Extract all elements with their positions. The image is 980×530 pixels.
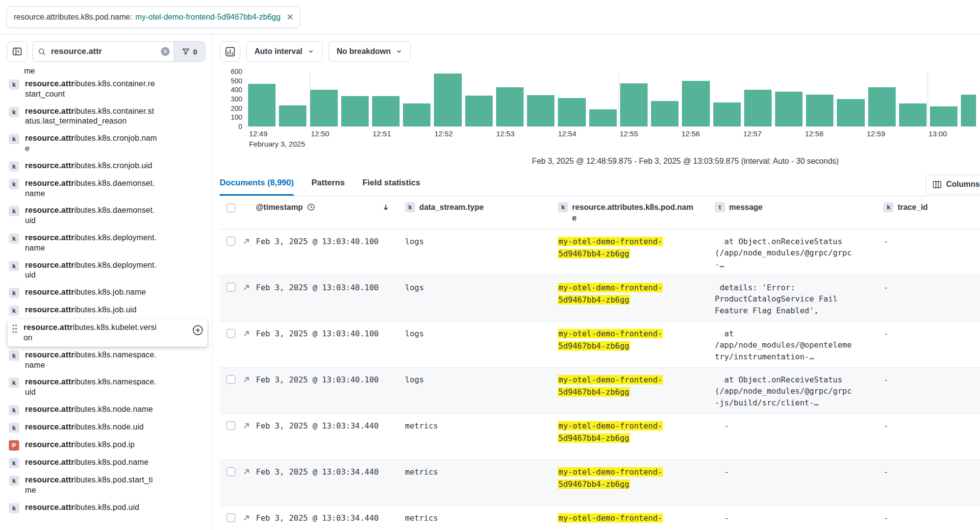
field-item[interactable]: kresource.attributes.k8s.node.name (8, 401, 212, 419)
field-item[interactable]: kresource.attributes.k8s.daemonset.uid (8, 202, 212, 229)
filter-pill[interactable]: resource.attributes.k8s.pod.name: my-ote… (6, 6, 300, 28)
histogram-bar[interactable] (899, 103, 927, 126)
select-all-checkbox[interactable] (226, 203, 235, 212)
header-timestamp[interactable]: @timestamp (256, 202, 405, 213)
field-filter-button[interactable]: 0 (174, 42, 205, 61)
header-message[interactable]: t message (715, 202, 883, 213)
row-checkbox[interactable] (226, 513, 235, 522)
row-checkbox[interactable] (226, 421, 235, 430)
field-item[interactable]: kresource.attributes.k8s.pod.uid (8, 499, 212, 517)
histogram-bar[interactable] (465, 96, 493, 126)
field-item[interactable]: kresource.attributes.k8s.container.resta… (8, 76, 212, 103)
table-row[interactable]: Feb 3, 2025 @ 13:03:40.100logsmy-otel-de… (220, 229, 980, 276)
histogram-bar[interactable] (961, 95, 976, 126)
field-item[interactable]: kresource.attributes.k8s.node.uid (8, 419, 212, 436)
field-item[interactable]: kresource.attributes.k8s.cronjob.name (8, 130, 212, 157)
histogram-bar[interactable] (713, 102, 741, 126)
field-item[interactable]: kresource.attributes.k8s.job.uid (8, 302, 212, 319)
histogram-bar[interactable] (403, 103, 430, 126)
collapse-sidebar-button[interactable] (7, 41, 27, 62)
header-data-stream-type[interactable]: k data_stream.type (405, 202, 558, 213)
field-item[interactable]: resource.attributes.k8s.kubelet.version (8, 319, 207, 347)
header-pod-name[interactable]: k resource.attributes.k8s.pod.name (558, 202, 715, 223)
histogram-bar[interactable] (310, 90, 337, 126)
data-stream-type-cell: metrics (405, 420, 558, 431)
histogram-panel-button[interactable] (220, 41, 240, 62)
histogram-bar[interactable] (682, 81, 709, 126)
filter-remove-icon[interactable]: ✕ (286, 13, 294, 22)
histogram-bar[interactable] (930, 106, 957, 126)
field-name: resource.attributes.k8s.container.restar… (25, 79, 158, 100)
sort-descending-icon[interactable] (381, 203, 390, 212)
breakdown-dropdown[interactable]: No breakdown (328, 41, 411, 62)
table-row[interactable]: Feb 3, 2025 @ 13:03:34.440metricsmy-otel… (220, 460, 980, 506)
discover-main: Auto interval No breakdown 6005004003002… (213, 34, 980, 530)
tab-field-statistics[interactable]: Field statistics (362, 178, 420, 196)
histogram-bar[interactable] (496, 87, 524, 126)
field-item[interactable]: kresource.attributes.k8s.pod.name (8, 454, 212, 472)
histogram-bar[interactable] (372, 96, 400, 126)
field-item[interactable]: kresource.attributes.k8s.daemonset.name (8, 175, 212, 202)
histogram-bar[interactable] (279, 105, 306, 126)
field-item[interactable]: kresource.attributes.k8s.namespace.uid (8, 374, 212, 401)
add-field-button[interactable] (192, 325, 203, 336)
histogram-bar[interactable] (248, 84, 276, 126)
histogram-bar[interactable] (651, 101, 678, 126)
expand-row-button[interactable] (242, 236, 256, 246)
trace-id-cell: - (883, 236, 980, 247)
chart-toolbar: Auto interval No breakdown (220, 41, 980, 62)
row-checkbox[interactable] (226, 467, 235, 476)
histogram-bar[interactable] (558, 98, 585, 126)
histogram-bar[interactable] (837, 99, 864, 126)
expand-row-button[interactable] (242, 374, 256, 384)
expand-row-button[interactable] (242, 328, 256, 338)
row-checkbox[interactable] (226, 375, 235, 384)
row-checkbox[interactable] (226, 237, 235, 246)
tab-patterns[interactable]: Patterns (311, 178, 345, 196)
field-item[interactable]: kresource.attributes.k8s.namespace.name (8, 347, 212, 374)
histogram-bar[interactable] (341, 96, 369, 126)
table-row[interactable]: Feb 3, 2025 @ 13:03:40.100logsmy-otel-de… (220, 276, 980, 322)
drag-handle-icon[interactable] (12, 324, 18, 333)
expand-row-button[interactable] (242, 466, 256, 476)
expand-row-button[interactable] (242, 512, 256, 522)
table-row[interactable]: Feb 3, 2025 @ 13:03:40.100logsmy-otel-de… (220, 368, 980, 414)
expand-row-button[interactable] (242, 282, 256, 292)
tab-documents[interactable]: Documents (8,990) (220, 178, 294, 196)
table-row[interactable]: Feb 3, 2025 @ 13:03:34.440metricsmy-otel… (220, 414, 980, 460)
histogram-bar[interactable] (868, 87, 896, 126)
field-search-box[interactable]: ✕ 0 (32, 41, 205, 62)
expand-row-button[interactable] (242, 420, 256, 430)
table-row[interactable]: Feb 3, 2025 @ 13:03:34.440metricsmy-otel… (220, 506, 980, 530)
chevron-down-icon (396, 48, 402, 55)
field-item[interactable]: kresource.attributes.k8s.deployment.uid (8, 257, 212, 284)
field-item[interactable]: IPresource.attributes.k8s.pod.ip (8, 436, 212, 454)
timestamp-cell: Feb 3, 2025 @ 13:03:40.100 (256, 236, 405, 247)
field-name: resource.attributes.k8s.pod.ip (25, 440, 135, 450)
table-row[interactable]: Feb 3, 2025 @ 13:03:40.100logsmy-otel-de… (220, 322, 980, 368)
histogram-bar[interactable] (589, 109, 617, 126)
histogram-bar[interactable] (434, 74, 461, 126)
row-checkbox[interactable] (226, 283, 235, 292)
histogram-bar[interactable] (744, 90, 772, 126)
field-item[interactable]: kresource.attributes.k8s.pod.start_time (8, 472, 212, 499)
interval-dropdown-label: Auto interval (254, 47, 302, 56)
field-item[interactable]: kresource.attributes.k8s.deployment.name (8, 229, 212, 257)
trace-id-cell: - (883, 282, 980, 293)
columns-button[interactable]: Columns (926, 175, 980, 194)
clear-search-icon[interactable]: ✕ (161, 47, 170, 56)
clipped-field-item[interactable]: me (8, 67, 212, 76)
row-checkbox[interactable] (226, 329, 235, 338)
field-item[interactable]: kresource.attributes.k8s.cronjob.uid (8, 157, 212, 175)
histogram-bar[interactable] (775, 92, 803, 126)
field-item[interactable]: kresource.attributes.k8s.container.statu… (8, 103, 212, 130)
histogram-bar[interactable] (527, 95, 554, 126)
field-item[interactable]: kresource.attributes.k8s.job.name (8, 284, 212, 302)
message-cell: at Object.onReceiveStatus (/app/node_mod… (715, 236, 883, 270)
header-trace-id[interactable]: k trace_id (883, 202, 980, 213)
interval-dropdown[interactable]: Auto interval (246, 41, 323, 62)
field-search-input[interactable] (50, 46, 161, 57)
message-cell: details: 'Error: ProductCatalogService F… (715, 282, 883, 316)
histogram-bar[interactable] (620, 83, 648, 126)
histogram-bar[interactable] (806, 95, 833, 126)
